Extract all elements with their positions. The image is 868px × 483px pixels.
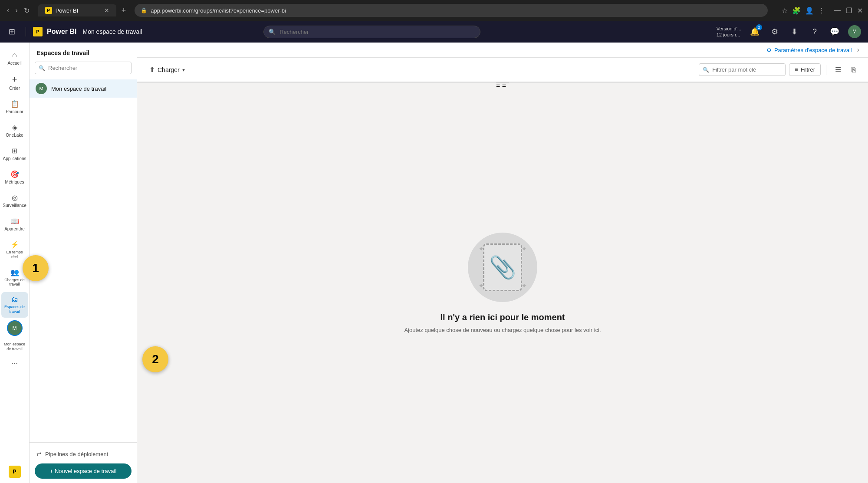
version-label: Version d'... <box>717 26 741 32</box>
current-workspace-label: Mon espace de travail <box>82 28 142 35</box>
sidebar-label-charges: Charges de travail <box>3 278 26 287</box>
sidebar-item-parcourir[interactable]: 📋 Parcourir <box>1 96 28 118</box>
new-workspace-label: + Nouvel espace de travail <box>50 468 117 474</box>
pipelines-item[interactable]: ⇄ Pipelines de déploiement <box>35 447 132 461</box>
browser-menu-icon[interactable]: ⋮ <box>818 7 825 15</box>
address-text: app.powerbi.com/groups/me/list?experienc… <box>151 7 286 14</box>
new-tab-btn[interactable]: + <box>122 6 126 15</box>
feedback-btn[interactable]: 💬 <box>828 25 841 38</box>
main-area: 1 2 ⌂ Accueil + Créer 📋 Parcourir ◈ OneL… <box>0 43 868 483</box>
sidebar-item-temps-reel[interactable]: ⚡ En temps réel <box>1 237 28 263</box>
workspace-settings-link[interactable]: ⚙ Paramètres d'espace de travail <box>766 47 852 53</box>
filter-btn-label: Filtrer <box>801 66 815 73</box>
content-area: ⚙ Paramètres d'espace de travail › ⬆ Cha… <box>137 43 868 483</box>
browser-nav-controls[interactable]: ‹ › ↻ <box>5 5 31 16</box>
onelake-icon: ◈ <box>12 123 17 131</box>
filter-keyword-input[interactable] <box>699 63 786 76</box>
notifications-btn[interactable]: 🔔 2 <box>748 25 761 38</box>
filter-search-icon: 🔍 <box>703 67 709 73</box>
app-name: Power BI <box>47 28 76 36</box>
sidebar-label-mon-espace: Mon espace de travail <box>3 342 26 352</box>
view-toggle-buttons: ☰ <box>832 63 845 76</box>
bookmark-icon[interactable]: ☆ <box>782 7 788 15</box>
logo-area: P Power BI Mon espace de travail <box>26 27 142 36</box>
sidebar-label-metriques: Métriques <box>5 180 24 185</box>
notification-badge: 2 <box>756 24 762 30</box>
share-button[interactable]: ⎘ <box>848 63 859 76</box>
refresh-btn[interactable]: ↻ <box>22 5 31 16</box>
sidebar-label-parcourir: Parcourir <box>6 109 23 115</box>
toolbar-right: 🔍 ≡ Filtrer ☰ ⎘ <box>699 63 859 76</box>
collapse-panel-btn[interactable]: › <box>857 46 859 54</box>
apps-grid-icon[interactable]: ⊞ <box>7 25 17 38</box>
sidebar-label-onelake: OneLake <box>6 133 23 138</box>
sidebar-item-accueil[interactable]: ⌂ Accueil <box>1 47 28 69</box>
browse-icon: 📋 <box>10 100 19 108</box>
sidebar-label-espaces: Espaces de travail <box>3 305 26 314</box>
sparkle-br-icon: ✦ <box>521 282 527 290</box>
back-btn[interactable]: ‹ <box>5 5 11 16</box>
workspaces-icon: 🗂 <box>11 296 18 303</box>
empty-icon-inner: 📎 <box>483 243 522 291</box>
tab-close-btn[interactable]: ✕ <box>104 7 109 14</box>
sidebar-item-onelake[interactable]: ◈ OneLake <box>1 120 28 141</box>
settings-btn[interactable]: ⚙ <box>768 25 781 38</box>
tab-favicon: P <box>45 7 52 14</box>
sidebar-item-espaces[interactable]: 🗂 Espaces de travail <box>1 292 28 318</box>
forward-btn[interactable]: › <box>13 5 19 16</box>
empty-state-subtitle: Ajoutez quelque chose de nouveau ou char… <box>404 327 601 333</box>
list-view-btn[interactable]: ☰ <box>832 63 845 76</box>
sidebar-label-creer: Créer <box>9 86 20 91</box>
close-btn[interactable]: ✕ <box>857 7 863 15</box>
settings-gear-icon: ⚙ <box>766 47 772 53</box>
workspace-item-name: Mon espace de travail <box>51 85 106 92</box>
metrics-icon: 🎯 <box>10 170 19 178</box>
workspace-settings-label: Paramètres d'espace de travail <box>774 47 852 53</box>
extensions-icon[interactable]: 🧩 <box>792 7 801 15</box>
browser-chrome: ‹ › ↻ P Power BI ✕ + 🔒 app.powerbi.com/g… <box>0 0 868 21</box>
sidebar-more-btn[interactable]: ··· <box>8 355 21 371</box>
minimize-btn[interactable]: — <box>834 7 841 15</box>
profile-icon[interactable]: 👤 <box>805 7 814 15</box>
realtime-icon: ⚡ <box>10 240 19 249</box>
pipelines-icon: ⇄ <box>36 450 42 457</box>
apps-icon: ⊞ <box>12 147 17 155</box>
workspace-panel-title: Espaces de travail <box>30 43 137 60</box>
sidebar-item-apprendre[interactable]: 📖 Apprendre <box>1 214 28 235</box>
workspace-search-input[interactable] <box>35 62 132 74</box>
filter-input-wrap: 🔍 <box>699 63 786 76</box>
sidebar-item-applications[interactable]: ⊞ Applications <box>1 143 28 165</box>
maximize-btn[interactable]: ❐ <box>846 7 852 15</box>
search-input[interactable] <box>263 26 480 38</box>
global-search[interactable]: 🔍 <box>263 26 480 38</box>
workspace-panel-bottom: ⇄ Pipelines de déploiement + Nouvel espa… <box>30 442 137 483</box>
nav-right-controls: Version d'... 12 jours r... 🔔 2 ⚙ ⬇ ? 💬 … <box>717 25 861 38</box>
sidebar-item-surveillance[interactable]: ◎ Surveillance <box>1 190 28 212</box>
sidebar-item-metriques[interactable]: 🎯 Métriques <box>1 167 28 188</box>
user-avatar[interactable]: M <box>848 25 861 38</box>
app: ⊞ P Power BI Mon espace de travail 🔍 Ver… <box>0 21 868 483</box>
window-controls[interactable]: — ❐ ✕ <box>834 7 863 15</box>
empty-state-icon: 📎 ✦ ✦ ✦ ✦ <box>468 233 537 302</box>
sidebar-item-creer[interactable]: + Créer <box>1 71 28 95</box>
sparkle-bl-icon: ✦ <box>478 282 484 290</box>
learn-icon: 📖 <box>10 217 19 225</box>
workspace-list-item[interactable]: M Mon espace de travail <box>30 79 137 98</box>
new-workspace-button[interactable]: + Nouvel espace de travail <box>35 463 132 479</box>
my-workspace-mini-icon[interactable]: M <box>7 320 23 336</box>
browser-right-controls: ☆ 🧩 👤 ⋮ <box>782 7 825 15</box>
sidebar-item-mon-espace[interactable]: Mon espace de travail <box>1 338 28 355</box>
filter-button[interactable]: ≡ Filtrer <box>789 63 821 76</box>
address-lock-icon: 🔒 <box>141 7 147 13</box>
help-btn[interactable]: ? <box>808 25 821 38</box>
sidebar-label-temps-reel: En temps réel <box>3 250 26 260</box>
paperclip-icon: 📎 <box>489 255 516 280</box>
powerbi-logo-icon: P <box>33 27 43 36</box>
powerbi-bottom-logo: P <box>9 466 21 478</box>
sidebar-label-applications: Applications <box>3 156 26 161</box>
browser-tab[interactable]: P Power BI ✕ <box>38 4 116 16</box>
address-bar[interactable]: 🔒 app.powerbi.com/groups/me/list?experie… <box>135 4 768 17</box>
download-btn[interactable]: ⬇ <box>788 25 801 38</box>
upload-button[interactable]: ⬆ Charger ▾ <box>146 63 188 76</box>
empty-state: 📎 ✦ ✦ ✦ ✦ Il n'y a rien ici pour le mome… <box>137 83 868 483</box>
